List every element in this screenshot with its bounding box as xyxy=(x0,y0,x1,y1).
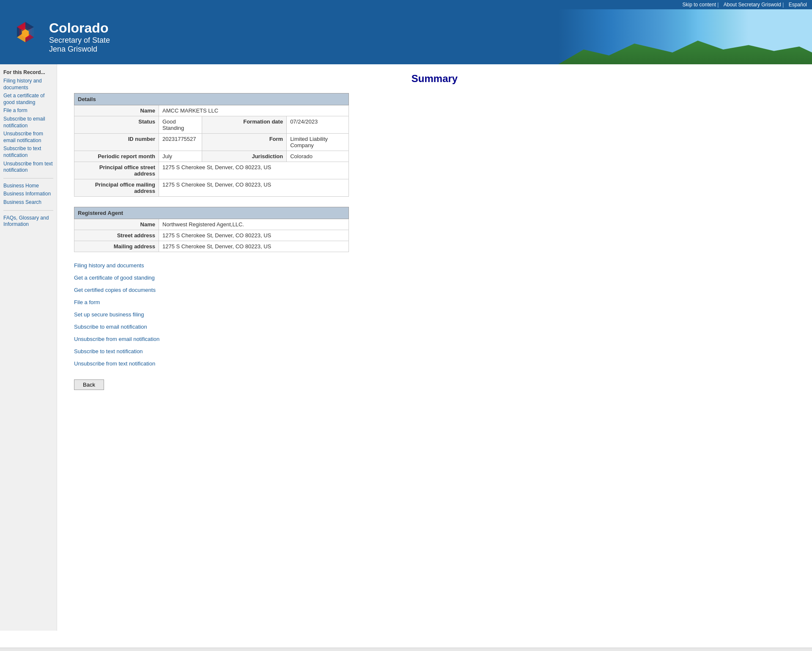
table-row: Mailing address 1275 S Cherokee St, Denv… xyxy=(74,241,349,252)
state-name: Colorado xyxy=(49,20,110,36)
link-filing-history[interactable]: Filing history and documents xyxy=(74,262,795,269)
footer: Terms & conditions | Accessibility state… xyxy=(0,648,812,651)
mailing-address-value: 1275 S Cherokee St, Denver, CO 80223, US xyxy=(159,179,349,197)
link-certified-copies[interactable]: Get certified copies of documents xyxy=(74,287,795,293)
sidebar-filing-history[interactable]: Filing history and documents xyxy=(3,78,53,91)
name-value: AMCC MARKETS LLC xyxy=(159,105,349,116)
table-row: ID number 20231775527 Form Limited Liabi… xyxy=(74,134,349,151)
sidebar-subscribe-text[interactable]: Subscribe to text notification xyxy=(3,146,53,159)
office-title: Secretary of State xyxy=(49,36,110,45)
link-file-form[interactable]: File a form xyxy=(74,299,795,305)
header-background-image xyxy=(558,9,812,64)
page-layout: For this Record... Filing history and do… xyxy=(0,64,812,631)
sidebar-unsubscribe-text[interactable]: Unsubscribe from text notification xyxy=(3,161,53,174)
agent-name-value: Northwest Registered Agent,LLC. xyxy=(159,219,349,230)
sidebar-subscribe-email[interactable]: Subscribe to email notification xyxy=(3,116,53,129)
jurisdiction-label: Jurisdiction xyxy=(202,151,287,162)
link-secure-filing[interactable]: Set up secure business filing xyxy=(74,311,795,318)
sidebar-faq[interactable]: FAQs, Glossary and Information xyxy=(3,215,53,228)
sidebar-unsubscribe-email[interactable]: Unsubscribe from email notification xyxy=(3,131,53,144)
agent-mailing-value: 1275 S Cherokee St, Denver, CO 80223, US xyxy=(159,241,349,252)
back-button-wrap: Back xyxy=(74,379,795,390)
sidebar-divider xyxy=(3,178,53,179)
agent-table-header: Registered Agent xyxy=(74,207,349,219)
id-number-label: ID number xyxy=(74,134,159,151)
link-unsubscribe-text[interactable]: Unsubscribe from text notification xyxy=(74,360,795,367)
status-value: Good Standing xyxy=(159,116,202,134)
espanol-link[interactable]: Español xyxy=(789,2,807,8)
mailing-address-label: Principal office mailing address xyxy=(74,179,159,197)
table-row: Principal office mailing address 1275 S … xyxy=(74,179,349,197)
formation-date-value: 07/24/2023 xyxy=(287,116,349,134)
street-address-label: Principal office street address xyxy=(74,162,159,179)
sidebar-business-search[interactable]: Business Search xyxy=(3,199,53,206)
colorado-logo-icon xyxy=(8,20,42,54)
street-address-value: 1275 S Cherokee St, Denver, CO 80223, US xyxy=(159,162,349,179)
sidebar-file-form[interactable]: File a form xyxy=(3,107,53,114)
sidebar: For this Record... Filing history and do… xyxy=(0,64,57,631)
main-content: Summary Details Name AMCC MARKETS LLC St… xyxy=(57,64,812,631)
status-label: Status xyxy=(74,116,159,134)
table-row: Status Good Standing Formation date 07/2… xyxy=(74,116,349,134)
about-link[interactable]: About Secretary Griswold xyxy=(724,2,781,8)
link-subscribe-text[interactable]: Subscribe to text notification xyxy=(74,348,795,354)
form-value: Limited Liability Company xyxy=(287,134,349,151)
table-row: Street address 1275 S Cherokee St, Denve… xyxy=(74,230,349,241)
form-label: Form xyxy=(202,134,287,151)
periodic-report-label: Periodic report month xyxy=(74,151,159,162)
periodic-report-value: July xyxy=(159,151,202,162)
sidebar-certificate-good-standing[interactable]: Get a certificate of good standing xyxy=(3,93,53,106)
agent-street-label: Street address xyxy=(74,230,159,241)
person-name: Jena Griswold xyxy=(49,45,110,54)
sidebar-business-home[interactable]: Business Home xyxy=(3,183,53,190)
sidebar-divider-2 xyxy=(3,210,53,211)
agent-street-value: 1275 S Cherokee St, Denver, CO 80223, US xyxy=(159,230,349,241)
table-row: Periodic report month July Jurisdiction … xyxy=(74,151,349,162)
name-label: Name xyxy=(74,105,159,116)
header-logo: Colorado Secretary of State Jena Griswol… xyxy=(0,16,118,58)
back-button[interactable]: Back xyxy=(74,379,104,390)
action-links-section: Filing history and documents Get a certi… xyxy=(74,262,795,367)
agent-name-label: Name xyxy=(74,219,159,230)
skip-content-link[interactable]: Skip to content xyxy=(683,2,716,8)
sidebar-section-title: For this Record... xyxy=(3,69,53,75)
registered-agent-table: Registered Agent Name Northwest Register… xyxy=(74,207,349,252)
id-number-value: 20231775527 xyxy=(159,134,202,151)
header-text: Colorado Secretary of State Jena Griswol… xyxy=(49,20,110,54)
site-header: Colorado Secretary of State Jena Griswol… xyxy=(0,9,812,64)
link-unsubscribe-email[interactable]: Unsubscribe from email notification xyxy=(74,336,795,342)
link-subscribe-email[interactable]: Subscribe to email notification xyxy=(74,324,795,330)
details-table-header: Details xyxy=(74,93,349,105)
table-row: Name AMCC MARKETS LLC xyxy=(74,105,349,116)
agent-mailing-label: Mailing address xyxy=(74,241,159,252)
formation-date-label: Formation date xyxy=(202,116,287,134)
table-row: Name Northwest Registered Agent,LLC. xyxy=(74,219,349,230)
table-row: Principal office street address 1275 S C… xyxy=(74,162,349,179)
link-certificate-good-standing[interactable]: Get a certificate of good standing xyxy=(74,275,795,281)
details-table: Details Name AMCC MARKETS LLC Status Goo… xyxy=(74,93,349,197)
sidebar-business-info[interactable]: Business Information xyxy=(3,191,53,198)
jurisdiction-value: Colorado xyxy=(287,151,349,162)
top-bar: Skip to content | About Secretary Griswo… xyxy=(0,0,812,9)
page-title: Summary xyxy=(74,73,795,85)
